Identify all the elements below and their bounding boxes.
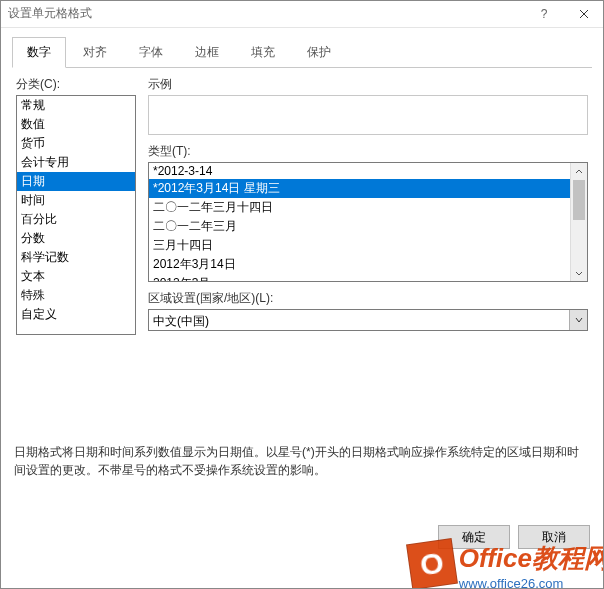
window-controls: ? — [524, 0, 604, 28]
tab-border[interactable]: 边框 — [180, 37, 234, 68]
type-item[interactable]: *2012年3月14日 星期三 — [149, 179, 587, 198]
category-item[interactable]: 科学记数 — [17, 248, 135, 267]
category-item[interactable]: 货币 — [17, 134, 135, 153]
category-item[interactable]: 时间 — [17, 191, 135, 210]
category-item[interactable]: 数值 — [17, 115, 135, 134]
tab-fill[interactable]: 填充 — [236, 37, 290, 68]
type-item[interactable]: *2012-3-14 — [149, 163, 587, 179]
type-item[interactable]: 2012年3月 — [149, 274, 587, 282]
type-scrollbar[interactable] — [570, 163, 587, 281]
tab-font[interactable]: 字体 — [124, 37, 178, 68]
dialog-buttons: 确定 取消 — [438, 525, 590, 549]
locale-dropdown-button[interactable] — [569, 310, 587, 330]
locale-value: 中文(中国) — [149, 310, 569, 330]
locale-combo[interactable]: 中文(中国) — [148, 309, 588, 331]
scroll-track[interactable] — [571, 180, 587, 264]
sample-box — [148, 95, 588, 135]
category-listbox[interactable]: 常规 数值 货币 会计专用 日期 时间 百分比 分数 科学记数 文本 特殊 自定… — [16, 95, 136, 335]
chevron-up-icon — [575, 168, 583, 176]
type-listbox[interactable]: *2012-3-14 *2012年3月14日 星期三 二〇一二年三月十四日 二〇… — [148, 162, 588, 282]
window-title: 设置单元格格式 — [8, 5, 92, 22]
tab-strip: 数字 对齐 字体 边框 填充 保护 — [12, 36, 592, 68]
chevron-down-icon — [575, 269, 583, 277]
format-description: 日期格式将日期和时间系列数值显示为日期值。以星号(*)开头的日期格式响应操作系统… — [14, 443, 590, 479]
title-bar: 设置单元格格式 ? — [0, 0, 604, 28]
category-item[interactable]: 常规 — [17, 96, 135, 115]
sample-label: 示例 — [148, 76, 588, 93]
category-label: 分类(C): — [16, 76, 136, 93]
type-item[interactable]: 二〇一二年三月十四日 — [149, 198, 587, 217]
category-item[interactable]: 会计专用 — [17, 153, 135, 172]
watermark-url: www.office26.com — [459, 576, 604, 589]
type-item[interactable]: 二〇一二年三月 — [149, 217, 587, 236]
category-item[interactable]: 分数 — [17, 229, 135, 248]
category-item[interactable]: 日期 — [17, 172, 135, 191]
tab-number[interactable]: 数字 — [12, 37, 66, 68]
close-button[interactable] — [564, 0, 604, 28]
locale-label: 区域设置(国家/地区)(L): — [148, 290, 588, 307]
type-label: 类型(T): — [148, 143, 588, 160]
help-button[interactable]: ? — [524, 0, 564, 28]
type-item[interactable]: 三月十四日 — [149, 236, 587, 255]
category-item[interactable]: 特殊 — [17, 286, 135, 305]
scroll-down-button[interactable] — [571, 264, 587, 281]
cancel-button[interactable]: 取消 — [518, 525, 590, 549]
ok-button[interactable]: 确定 — [438, 525, 510, 549]
category-item[interactable]: 自定义 — [17, 305, 135, 324]
chevron-down-icon — [575, 316, 583, 324]
scroll-up-button[interactable] — [571, 163, 587, 180]
type-item[interactable]: 2012年3月14日 — [149, 255, 587, 274]
close-icon — [579, 9, 589, 19]
scroll-thumb[interactable] — [573, 180, 585, 220]
category-item[interactable]: 百分比 — [17, 210, 135, 229]
tab-protection[interactable]: 保护 — [292, 37, 346, 68]
tab-alignment[interactable]: 对齐 — [68, 37, 122, 68]
category-item[interactable]: 文本 — [17, 267, 135, 286]
